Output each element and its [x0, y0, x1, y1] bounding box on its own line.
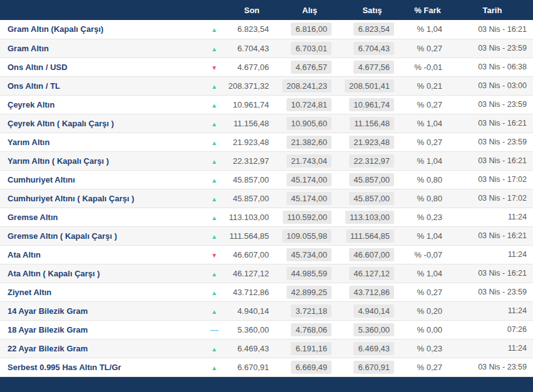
- table-row[interactable]: 14 Ayar Bilezik Gram ▲ 4.940,14 3.721,18…: [0, 301, 533, 320]
- son-value: 6.670,91: [237, 363, 269, 372]
- instrument-name-link[interactable]: Ons Altın / USD: [8, 63, 68, 72]
- header-tarih: Tarih: [452, 0, 533, 20]
- tarih-value: 03 Nis - 06:38: [478, 63, 527, 71]
- satis-value: 4.940,14: [353, 304, 394, 318]
- fark-value: % 1,04: [417, 119, 442, 128]
- tarih-value: 11:24: [508, 250, 527, 259]
- satis-value: 22.312,97: [349, 154, 394, 168]
- fark-value: % 1,04: [417, 269, 442, 278]
- son-value: 6.704,43: [237, 44, 269, 53]
- instrument-name-link[interactable]: Ons Altın / TL: [8, 81, 60, 91]
- alis-value: 21.382,60: [287, 136, 332, 149]
- table-row[interactable]: Cumhuriyet Altını ( Kapalı Çarşı ) ▲ 45.…: [0, 189, 533, 208]
- table-row[interactable]: Ons Altın / TL ▲ 208.371,32 208.241,23 2…: [0, 76, 533, 95]
- instrument-name-link[interactable]: Gram Altın: [8, 44, 49, 53]
- instrument-name-link[interactable]: Yarım Altın ( Kapalı Çarşı ): [8, 156, 109, 166]
- alis-value: 3.721,18: [291, 304, 332, 318]
- instrument-name-link[interactable]: Ziynet Altın: [8, 288, 51, 297]
- fark-value: % 0,27: [417, 363, 442, 372]
- son-value: 5.360,00: [237, 325, 269, 334]
- instrument-name-link[interactable]: Gremse Altın: [8, 213, 58, 222]
- alis-value: 4.676,57: [291, 61, 332, 74]
- satis-value: 208.501,41: [345, 79, 394, 93]
- table-row[interactable]: Gremse Altın ▲ 113.103,00 110.592,00 113…: [0, 208, 533, 226]
- header-instrument: [0, 0, 203, 20]
- header-fark: % Fark: [404, 0, 452, 20]
- table-row[interactable]: Çeyrek Altın ( Kapalı Çarşı ) ▲ 11.156,4…: [0, 114, 533, 133]
- table-row[interactable]: Yarım Altın ( Kapalı Çarşı ) ▲ 22.312,97…: [0, 151, 533, 170]
- son-value: 4.940,14: [237, 306, 269, 316]
- alis-value: 6.669,49: [291, 361, 332, 374]
- fark-value: % 0,80: [417, 175, 442, 184]
- instrument-name-link[interactable]: Ata Altın ( Kapalı Çarşı ): [8, 269, 100, 278]
- up-arrow-icon: ▲: [211, 140, 218, 146]
- table-row[interactable]: 22 Ayar Bilezik Gram ▲ 6.469,43 6.191,16…: [0, 339, 533, 358]
- table-row[interactable]: Çeyrek Altın ▲ 10.961,74 10.724,81 10.96…: [0, 95, 533, 114]
- satis-value: 5.360,00: [353, 323, 394, 336]
- table-header-row: Son Alış Satış % Fark Tarih: [0, 0, 533, 20]
- gold-prices-table: Son Alış Satış % Fark Tarih Gram Altın (…: [0, 0, 533, 377]
- table-row[interactable]: Serbest 0.995 Has Altın TL/Gr ▲ 6.670,91…: [0, 358, 533, 376]
- instrument-name-link[interactable]: 18 Ayar Bilezik Gram: [8, 325, 88, 334]
- up-arrow-icon: ▲: [211, 196, 218, 203]
- alis-value: 109.055,98: [282, 229, 332, 243]
- table-row[interactable]: Gram Altın ▲ 6.704,43 6.703,01 6.704,43 …: [0, 39, 533, 58]
- alis-value: 44.985,59: [287, 267, 332, 280]
- instrument-name-link[interactable]: Çeyrek Altın ( Kapalı Çarşı ): [8, 119, 114, 128]
- instrument-name-link[interactable]: Ata Altın: [8, 250, 41, 259]
- header-son: Son: [225, 0, 278, 20]
- tarih-value: 03 Nis - 16:21: [478, 231, 527, 240]
- alis-value: 42.899,25: [287, 286, 332, 299]
- tarih-value: 03 Nis - 23:59: [478, 100, 527, 109]
- instrument-name-link[interactable]: Cumhuriyet Altını ( Kapalı Çarşı ): [8, 194, 135, 203]
- instrument-name-link[interactable]: Cumhuriyet Altını: [8, 175, 75, 184]
- tarih-value: 03 Nis - 23:59: [478, 138, 527, 146]
- up-arrow-icon: ▲: [211, 159, 218, 165]
- up-arrow-icon: ▲: [211, 103, 218, 109]
- tarih-value: 11:24: [508, 306, 527, 315]
- satis-value: 113.103,00: [345, 211, 394, 224]
- table-row[interactable]: Gremse Altın ( Kapalı Çarşı ) ▲ 111.564,…: [0, 226, 533, 245]
- table-row[interactable]: Gram Altın (Kapalı Çarşı) ▲ 6.823,54 6.8…: [0, 20, 533, 39]
- fark-value: % 0,27: [417, 44, 442, 53]
- fark-value: % 0,23: [417, 213, 442, 222]
- table-row[interactable]: Yarım Altın ▲ 21.923,48 21.382,60 21.923…: [0, 133, 533, 151]
- table-row[interactable]: Ata Altın ▼ 46.607,00 45.734,00 46.607,0…: [0, 245, 533, 264]
- satis-value: 45.857,00: [349, 173, 394, 186]
- up-arrow-icon: ▲: [211, 346, 218, 353]
- son-value: 10.961,74: [233, 100, 269, 109]
- table-row[interactable]: Ata Altın ( Kapalı Çarşı ) ▲ 46.127,12 4…: [0, 264, 533, 283]
- instrument-name-link[interactable]: Gram Altın (Kapalı Çarşı): [8, 24, 103, 34]
- fark-value: % 0,23: [417, 344, 442, 353]
- table-row[interactable]: 18 Ayar Bilezik Gram — 5.360,00 4.768,06…: [0, 320, 533, 339]
- satis-value: 46.127,12: [349, 267, 394, 280]
- up-arrow-icon: ▲: [211, 365, 218, 371]
- tarih-value: 11:24: [508, 344, 527, 353]
- tarih-value: 03 Nis - 16:21: [478, 25, 527, 34]
- table-row[interactable]: Ziynet Altın ▲ 43.712,86 42.899,25 43.71…: [0, 283, 533, 301]
- tarih-value: 03 Nis - 23:59: [478, 44, 527, 53]
- down-arrow-icon: ▼: [211, 65, 218, 71]
- son-value: 11.156,48: [233, 119, 269, 128]
- son-value: 208.371,32: [228, 81, 269, 91]
- tarih-value: 03 Nis - 17:02: [478, 175, 527, 184]
- satis-value: 11.156,48: [350, 117, 394, 130]
- instrument-name-link[interactable]: Çeyrek Altın: [8, 100, 54, 109]
- son-value: 6.469,43: [237, 344, 269, 353]
- instrument-name-link[interactable]: Gremse Altın ( Kapalı Çarşı ): [8, 231, 117, 241]
- tarih-value: 03 Nis - 03:00: [478, 81, 527, 90]
- alis-value: 4.768,06: [291, 323, 332, 336]
- up-arrow-icon: ▲: [211, 178, 218, 184]
- up-arrow-icon: ▲: [211, 271, 218, 278]
- tarih-value: 03 Nis - 16:21: [478, 119, 527, 128]
- instrument-name-link[interactable]: 22 Ayar Bilezik Gram: [8, 344, 88, 353]
- tarih-value: 03 Nis - 23:59: [478, 363, 527, 371]
- table-row[interactable]: Cumhuriyet Altını ▲ 45.857,00 45.174,00 …: [0, 170, 533, 189]
- header-alis: Alış: [278, 0, 341, 20]
- table-row[interactable]: Ons Altın / USD ▼ 4.677,06 4.676,57 4.67…: [0, 58, 533, 76]
- satis-value: 10.961,74: [349, 98, 394, 111]
- instrument-name-link[interactable]: Yarım Altın: [8, 138, 49, 147]
- instrument-name-link[interactable]: Serbest 0.995 Has Altın TL/Gr: [8, 363, 121, 372]
- instrument-name-link[interactable]: 14 Ayar Bilezik Gram: [8, 306, 88, 316]
- satis-value: 4.677,56: [353, 61, 394, 74]
